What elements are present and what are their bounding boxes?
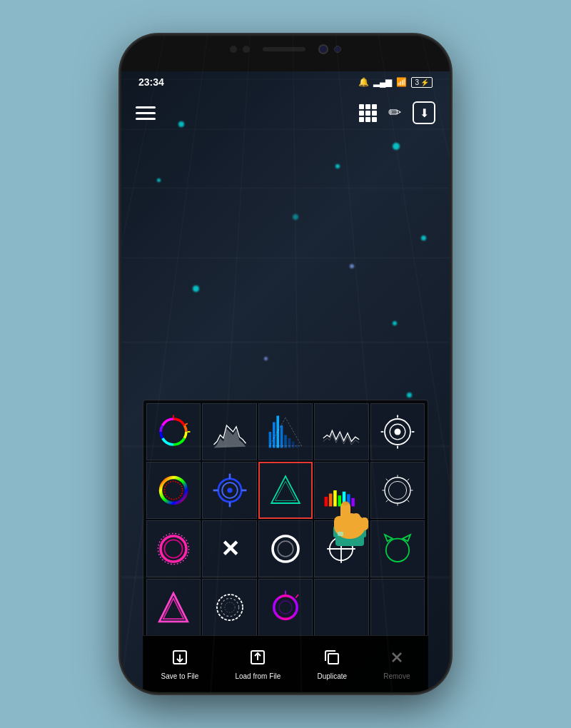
bolt-icon: ⚡ <box>420 79 429 86</box>
load-icon <box>249 649 266 669</box>
svg-point-65 <box>224 602 234 612</box>
viz-cell-pink-triangle[interactable] <box>146 579 201 636</box>
svg-rect-38 <box>352 498 355 507</box>
viz-cell-x-mark[interactable]: ✕ <box>202 520 256 577</box>
svg-rect-6 <box>273 423 276 448</box>
remove-button[interactable]: Remove <box>383 649 410 680</box>
save-to-file-button[interactable]: Save to File <box>161 649 199 680</box>
svg-line-48 <box>386 500 388 502</box>
load-from-file-button[interactable]: Load from File <box>235 649 281 680</box>
viz-cell-blue-bars[interactable] <box>258 403 313 460</box>
svg-rect-11 <box>292 442 295 448</box>
viz-cell-color-wave[interactable] <box>314 462 368 519</box>
status-icons: 🔔 ▂▄▆ 📶 3 ⚡ <box>358 77 433 88</box>
svg-point-64 <box>221 598 238 616</box>
viz-cell-blue-ring[interactable] <box>202 462 256 519</box>
svg-point-54 <box>278 541 293 557</box>
save-icon <box>171 649 188 669</box>
viz-cell-target-circle[interactable] <box>370 403 425 460</box>
signal-icon: ▂▄▆ <box>373 77 393 87</box>
status-time: 23:34 <box>138 76 164 88</box>
viz-cell-triangle[interactable] <box>258 462 313 519</box>
svg-point-66 <box>274 596 297 619</box>
wifi-icon: 📶 <box>396 77 407 87</box>
sensor-dot <box>334 46 341 53</box>
svg-point-16 <box>394 429 400 435</box>
save-label: Save to File <box>161 672 199 680</box>
duplicate-button[interactable]: Duplicate <box>317 649 347 680</box>
menu-line-3 <box>136 118 156 120</box>
viz-cell-dashed-circle[interactable] <box>202 579 256 636</box>
svg-line-47 <box>407 479 409 481</box>
status-bar: 23:34 🔔 ▂▄▆ 📶 3 ⚡ <box>121 71 450 93</box>
remove-icon <box>388 649 405 669</box>
remove-label: Remove <box>383 672 410 680</box>
svg-marker-30 <box>271 476 300 503</box>
app-header: ✏ ⬇ <box>121 93 450 133</box>
svg-rect-5 <box>269 432 272 448</box>
download-icon: ⬇ <box>420 106 429 120</box>
svg-point-22 <box>165 481 183 499</box>
svg-line-3 <box>185 423 188 425</box>
battery-level: 3 <box>415 79 419 86</box>
action-bar: Save to File Load from File <box>143 635 428 692</box>
viz-cell-pink-circle[interactable] <box>146 520 201 577</box>
svg-rect-37 <box>347 494 350 506</box>
viz-cell-white-wave[interactable] <box>314 403 368 460</box>
menu-line-1 <box>136 106 156 108</box>
svg-line-69 <box>295 595 298 598</box>
viz-cell-plus-circle[interactable] <box>314 520 368 577</box>
svg-point-50 <box>165 540 183 557</box>
duplicate-icon <box>323 649 340 669</box>
viz-cell-empty-2[interactable] <box>370 579 425 636</box>
svg-point-67 <box>279 601 292 614</box>
svg-line-46 <box>407 500 409 502</box>
menu-line-2 <box>136 112 156 114</box>
speaker <box>263 47 305 51</box>
svg-point-29 <box>227 487 232 492</box>
svg-rect-10 <box>288 438 291 448</box>
camera-dot-1 <box>230 46 237 53</box>
viz-cell-color-ring[interactable] <box>146 462 201 519</box>
viz-cell-white-ring[interactable] <box>258 520 313 577</box>
svg-point-51 <box>158 533 189 564</box>
screen: 23:34 🔔 ▂▄▆ 📶 3 ⚡ <box>121 36 450 692</box>
svg-point-53 <box>273 536 298 562</box>
svg-rect-32 <box>325 497 328 507</box>
svg-rect-74 <box>328 654 338 664</box>
load-label: Load from File <box>235 672 281 680</box>
header-right-icons: ✏ ⬇ <box>359 101 435 124</box>
camera-area <box>230 44 341 54</box>
svg-rect-34 <box>334 490 338 507</box>
battery-badge: 3 ⚡ <box>411 77 433 88</box>
download-button[interactable]: ⬇ <box>413 101 435 124</box>
viz-grid: ✕ <box>146 403 425 636</box>
svg-point-40 <box>388 481 406 499</box>
viz-cell-white-spectrum[interactable] <box>202 403 256 460</box>
svg-line-45 <box>386 479 388 481</box>
menu-button[interactable] <box>136 106 156 120</box>
viz-cell-rainbow-ring[interactable] <box>146 403 201 460</box>
camera-dot-2 <box>243 46 250 53</box>
front-camera <box>318 44 328 54</box>
viz-cell-thin-double-circle[interactable] <box>370 462 425 519</box>
edit-button[interactable]: ✏ <box>388 103 401 122</box>
top-bar <box>121 36 450 71</box>
viz-cell-cat-circle[interactable] <box>370 520 425 577</box>
alarm-icon: 🔔 <box>358 77 369 87</box>
svg-rect-36 <box>343 492 346 507</box>
svg-text:✕: ✕ <box>220 536 239 562</box>
grid-view-button[interactable] <box>359 104 377 122</box>
svg-rect-33 <box>329 494 333 507</box>
viz-cell-empty-1[interactable] <box>314 579 368 636</box>
viz-cell-purple-ring[interactable] <box>258 579 313 636</box>
duplicate-label: Duplicate <box>317 672 347 680</box>
svg-rect-8 <box>281 425 283 448</box>
svg-point-58 <box>386 539 409 562</box>
svg-rect-35 <box>338 495 342 506</box>
phone-frame: 23:34 🔔 ▂▄▆ 📶 3 ⚡ <box>121 36 450 692</box>
